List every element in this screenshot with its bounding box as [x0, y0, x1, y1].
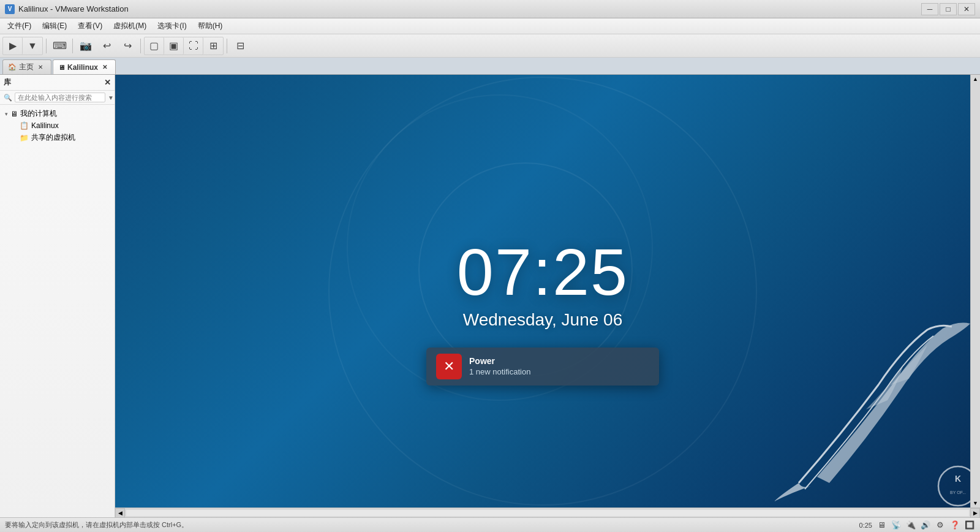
search-icon: 🔍 — [4, 94, 12, 102]
menu-vm[interactable]: 虚拟机(M) — [108, 20, 151, 33]
status-settings-icon[interactable]: ⚙ — [935, 520, 946, 531]
clock-time: 07:25 — [457, 239, 628, 305]
sidebar-tree-sub: 📋 Kalilinux 📁 共享的虚拟机 — [0, 120, 115, 144]
kali-dragon-logo: K BY OF... — [768, 311, 970, 507]
sidebar-title: 库 — [4, 77, 11, 88]
scroll-left-arrow[interactable]: ◀ — [115, 508, 125, 518]
menu-bar: 文件(F) 编辑(E) 查看(V) 虚拟机(M) 选项卡(I) 帮助(H) — [0, 18, 980, 34]
computer-icon: 🖥 — [10, 110, 18, 118]
app-logo: V — [5, 4, 15, 14]
tab-kalilinux-close[interactable]: ✕ — [100, 63, 109, 72]
expand-arrow-icon: ▾ — [5, 111, 8, 117]
toolbar-snapshot-forward[interactable]: ↪ — [118, 37, 137, 55]
vertical-scrollbar[interactable]: ▲ ▼ — [970, 75, 980, 507]
toolbar-power-arrow[interactable]: ▼ — [23, 37, 42, 55]
statusbar-right: 0:25 🖥 📡 🔌 🔊 ⚙ ❓ 🔲 — [859, 520, 975, 531]
home-icon: 🏠 — [8, 63, 17, 71]
sidebar-item-mycomputer[interactable]: ▾ 🖥 我的计算机 — [0, 107, 115, 120]
svg-point-0 — [938, 466, 970, 506]
sidebar-header: 库 ✕ — [0, 75, 115, 91]
menu-edit[interactable]: 编辑(E) — [37, 20, 72, 33]
tab-home-close[interactable]: ✕ — [36, 63, 45, 72]
power-x-icon: ✕ — [443, 359, 454, 374]
toolbar-sep-1 — [46, 39, 47, 53]
menu-view[interactable]: 查看(V) — [73, 20, 107, 33]
window-controls: ─ □ ✕ — [921, 3, 975, 15]
search-input[interactable] — [15, 93, 105, 102]
sidebar-mycomputer-label: 我的计算机 — [20, 108, 57, 119]
clock-date: Wednesday, June 06 — [457, 310, 628, 330]
power-buttons-group: ▶ ▼ — [2, 37, 43, 55]
tab-kalilinux-label: Kalilinux — [67, 63, 98, 72]
title-bar-left: V Kalilinux - VMware Workstation — [5, 4, 129, 14]
status-vm-icon[interactable]: 🖥 — [876, 520, 887, 531]
search-dropdown-icon[interactable]: ▼ — [108, 94, 114, 101]
scroll-track-h — [126, 510, 969, 516]
tab-home[interactable]: 🏠 主页 ✕ — [2, 59, 51, 74]
sidebar: 库 ✕ 🔍 ▼ ▾ 🖥 我的计算机 📋 Kalilinux 📁 — [0, 75, 115, 517]
toolbar-power-on[interactable]: ▶ — [3, 37, 23, 55]
notification-title: Power — [469, 356, 649, 366]
minimize-button[interactable]: ─ — [921, 3, 938, 15]
title-bar: V Kalilinux - VMware Workstation ─ □ ✕ — [0, 0, 980, 18]
svg-text:K: K — [955, 474, 961, 484]
notification-popup[interactable]: ✕ Power 1 new notification — [426, 348, 659, 386]
status-bar: 要将输入定向到该虚拟机，请在虚拟机内部单击或按 Ctrl+G。 0:25 🖥 📡… — [0, 517, 980, 532]
clock-display: 07:25 Wednesday, June 06 — [457, 239, 628, 330]
vm-display[interactable]: K BY OF... 07:25 Wednesday, June 06 ✕ Po… — [115, 75, 970, 507]
vm-with-scrollbar: K BY OF... 07:25 Wednesday, June 06 ✕ Po… — [115, 75, 980, 507]
sidebar-shared-label: 共享的虚拟机 — [31, 132, 75, 143]
tabs-row: 🏠 主页 ✕ 🖥 Kalilinux ✕ — [0, 58, 980, 75]
vm-icon: 📋 — [20, 121, 29, 130]
notification-icon: ✕ — [436, 354, 462, 379]
status-time: 0:25 — [859, 522, 872, 529]
menu-tabs[interactable]: 选项卡(I) — [153, 20, 191, 33]
notification-body: 1 new notification — [469, 367, 649, 376]
close-button[interactable]: ✕ — [958, 3, 975, 15]
toolbar-snapshot-capture[interactable]: 📷 — [76, 37, 96, 55]
status-help-icon[interactable]: ❓ — [949, 520, 960, 531]
window-title: Kalilinux - VMware Workstation — [18, 4, 129, 13]
sidebar-close-icon[interactable]: ✕ — [104, 78, 111, 87]
main-content: 库 ✕ 🔍 ▼ ▾ 🖥 我的计算机 📋 Kalilinux 📁 — [0, 75, 980, 517]
notification-content: Power 1 new notification — [469, 356, 649, 376]
view-buttons-group: ▢ ▣ ⛶ ⊞ — [144, 37, 224, 55]
horizontal-scrollbar: ◀ ▶ — [115, 507, 980, 517]
toolbar-console[interactable]: ⊟ — [230, 37, 250, 55]
toolbar-sep-3 — [140, 39, 141, 53]
status-sound-icon[interactable]: 🔊 — [920, 520, 931, 531]
toolbar: ▶ ▼ ⌨ 📷 ↩ ↪ ▢ ▣ ⛶ ⊞ ⊟ — [0, 34, 980, 58]
scroll-down-arrow[interactable]: ▼ — [973, 500, 978, 506]
sidebar-search-area: 🔍 ▼ — [0, 91, 115, 105]
vm-area: K BY OF... 07:25 Wednesday, June 06 ✕ Po… — [115, 75, 980, 517]
maximize-button[interactable]: □ — [940, 3, 957, 15]
status-network-icon[interactable]: 📡 — [891, 520, 902, 531]
tab-kalilinux[interactable]: 🖥 Kalilinux ✕ — [53, 59, 116, 74]
status-usb-icon[interactable]: 🔌 — [905, 520, 916, 531]
sidebar-tree: ▾ 🖥 我的计算机 📋 Kalilinux 📁 共享的虚拟机 — [0, 105, 115, 517]
toolbar-input-settings[interactable]: ⌨ — [50, 37, 69, 55]
toolbar-view-normal[interactable]: ▢ — [145, 37, 164, 55]
kalilinux-tab-icon: 🖥 — [58, 64, 65, 71]
menu-file[interactable]: 文件(F) — [2, 20, 36, 33]
toolbar-sep-2 — [72, 39, 73, 53]
toolbar-view-full[interactable]: ⛶ — [184, 37, 203, 55]
menu-help[interactable]: 帮助(H) — [193, 20, 228, 33]
svg-text:BY OF...: BY OF... — [950, 490, 966, 495]
tab-home-label: 主页 — [19, 62, 34, 72]
shared-icon: 📁 — [20, 134, 29, 142]
sidebar-item-kalilinux[interactable]: 📋 Kalilinux — [12, 120, 115, 131]
sidebar-kalilinux-label: Kalilinux — [31, 121, 59, 130]
toolbar-view-unity[interactable]: ▣ — [164, 37, 184, 55]
toolbar-snapshot-back[interactable]: ↩ — [97, 37, 116, 55]
toolbar-sep-4 — [227, 39, 227, 53]
scroll-right-arrow[interactable]: ▶ — [970, 508, 980, 518]
scroll-up-arrow[interactable]: ▲ — [973, 76, 978, 82]
sidebar-item-shared-vms[interactable]: 📁 共享的虚拟机 — [12, 131, 115, 144]
status-message: 要将输入定向到该虚拟机，请在虚拟机内部单击或按 Ctrl+G。 — [5, 520, 188, 530]
toolbar-view-single[interactable]: ⊞ — [203, 37, 223, 55]
status-fullscreen-icon[interactable]: 🔲 — [964, 520, 975, 531]
